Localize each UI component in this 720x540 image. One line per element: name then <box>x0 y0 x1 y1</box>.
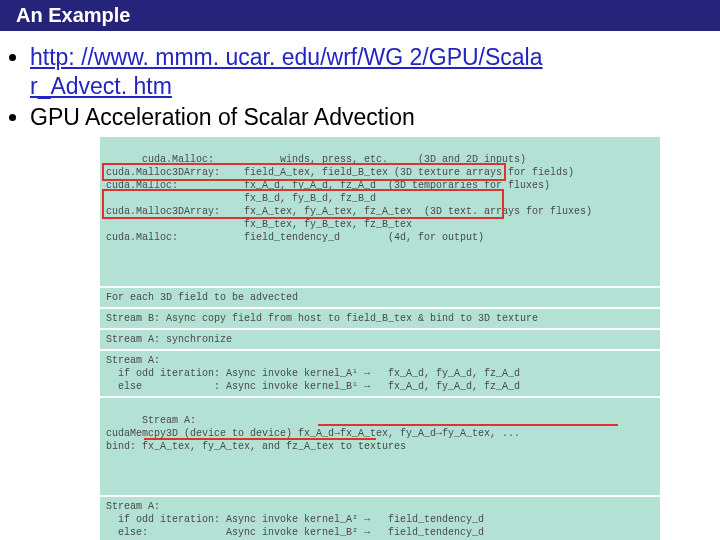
code-block-kernel2: Stream A: if odd iteration: Async invoke… <box>100 497 660 540</box>
code-block-malloc: cuda.Malloc: winds, press, etc. (3D and … <box>100 137 660 286</box>
code-block-stream-b: Stream B: Async copy field from host to … <box>100 309 660 328</box>
code-block-sync: Stream A: synchronize <box>100 330 660 349</box>
slide-title: An Example <box>16 4 130 26</box>
content-area: http: //www. mmm. ucar. edu/wrf/WG 2/GPU… <box>0 31 720 540</box>
code-text: Stream A: cudaMemcpy3D (device to device… <box>106 415 520 452</box>
highlight-underline-2 <box>144 438 376 440</box>
code-text: cuda.Malloc: winds, press, etc. (3D and … <box>106 154 592 243</box>
bullet-link: http: //www. mmm. ucar. edu/wrf/WG 2/GPU… <box>30 43 720 101</box>
bullet-list: http: //www. mmm. ucar. edu/wrf/WG 2/GPU… <box>30 43 720 131</box>
code-block-foreach: For each 3D field to be advected <box>100 288 660 307</box>
link-line-1[interactable]: http: //www. mmm. ucar. edu/wrf/WG 2/GPU… <box>30 44 543 70</box>
link-line-2[interactable]: r_Advect. htm <box>30 73 172 99</box>
highlight-underline-1 <box>318 424 618 426</box>
code-area: cuda.Malloc: winds, press, etc. (3D and … <box>100 137 660 540</box>
code-block-memcpy: Stream A: cudaMemcpy3D (device to device… <box>100 398 660 495</box>
title-bar: An Example <box>0 0 720 31</box>
code-block-kernel1: Stream A: if odd iteration: Async invoke… <box>100 351 660 396</box>
bullet-point-2: GPU Acceleration of Scalar Advection <box>30 103 720 132</box>
